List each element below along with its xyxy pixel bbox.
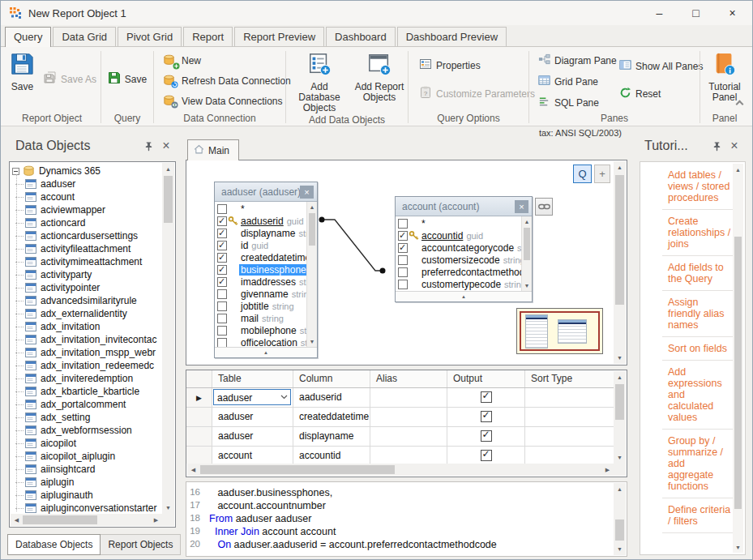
close-icon[interactable]: × <box>515 200 528 213</box>
close-button[interactable]: × <box>714 1 751 25</box>
reset-button[interactable]: Reset <box>616 85 706 103</box>
tab-report[interactable]: Report <box>183 27 233 46</box>
scroll-up-icon[interactable]: ▲ <box>522 216 532 227</box>
tree-item[interactable]: adx_inviteredemption <box>14 372 162 385</box>
tree-item[interactable]: aicopilot_aiplugin <box>14 450 162 463</box>
table-combobox[interactable]: aaduser <box>213 389 291 405</box>
tree-item[interactable]: adx_setting <box>14 411 162 424</box>
field-checkbox[interactable] <box>398 267 408 277</box>
card-scrollbar[interactable]: ▲▼ <box>306 202 317 347</box>
tab-report-preview[interactable]: Report Preview <box>234 27 324 46</box>
row-selector[interactable] <box>186 447 212 464</box>
field-label[interactable]: displaynamestring <box>239 228 306 239</box>
field-checkbox[interactable] <box>217 277 227 287</box>
field-row[interactable]: * <box>396 217 521 229</box>
grid-row[interactable]: aadusercreateddatetime <box>186 408 614 427</box>
save-query-button[interactable]: Save <box>105 70 150 88</box>
field-checkbox[interactable] <box>398 243 408 253</box>
tree-item[interactable]: adx_invitation_invitecontac <box>14 333 162 346</box>
scroll-down-icon[interactable]: ▼ <box>614 451 626 464</box>
close-panel-icon[interactable]: × <box>158 138 174 154</box>
scroll-up-icon[interactable]: ▲ <box>614 161 626 173</box>
new-connection-button[interactable]: New <box>160 53 294 69</box>
view-data-connections-button[interactable]: View Data Connections <box>160 93 294 109</box>
field-label[interactable]: accountcategorycodestring <box>420 242 521 254</box>
field-label[interactable]: customertypecodestring <box>420 279 521 290</box>
chevron-down-icon[interactable] <box>278 390 290 404</box>
scroll-up-icon[interactable]: ▲ <box>733 164 743 175</box>
field-checkbox[interactable] <box>398 280 408 289</box>
field-label[interactable]: * <box>420 218 521 229</box>
show-all-panes-button[interactable]: Show All Panes <box>616 58 706 75</box>
scroll-down-icon[interactable]: ▼ <box>614 543 626 555</box>
sql-editor-pane[interactable]: 16 aaduser.businessphones,17 account.acc… <box>186 481 627 557</box>
tree-item[interactable]: activitypointer <box>14 281 162 294</box>
tree-item[interactable]: adx_portalcomment <box>14 398 162 411</box>
field-row[interactable]: jobtitlestring <box>215 300 306 312</box>
output-checkbox[interactable] <box>481 450 492 461</box>
scroll-down-icon[interactable]: ▼ <box>614 352 626 364</box>
tree-item[interactable]: adx_invitation_mspp_webr <box>14 346 162 359</box>
maximize-button[interactable]: □ <box>678 1 714 25</box>
tree-item[interactable]: activityfileattachment <box>14 242 162 255</box>
field-row[interactable]: mailstring <box>215 312 306 324</box>
field-checkbox[interactable] <box>398 255 408 265</box>
scroll-down-icon[interactable]: ▼ <box>733 541 743 553</box>
scroll-right-icon[interactable]: ▶ <box>601 464 614 476</box>
tutorial-link[interactable]: Sort on fields <box>662 337 734 361</box>
tree-vertical-scrollbar[interactable]: ▲ ▼ <box>162 163 174 514</box>
field-row[interactable]: accountcategorycodestring <box>396 242 521 254</box>
diagram-vertical-scrollbar[interactable]: ▲ ▼ <box>614 161 626 364</box>
grid-row[interactable]: accountaccountid <box>186 447 614 464</box>
field-row[interactable]: aaduseridguid <box>215 215 306 227</box>
diagram-pane[interactable]: aaduser (aaduser)×*aaduseridguiddisplayn… <box>186 160 627 365</box>
pin-icon[interactable] <box>140 138 156 154</box>
save-report-object-button[interactable]: Save <box>4 49 41 92</box>
grid-row[interactable]: aaduserdisplayname <box>186 427 614 447</box>
field-label[interactable]: officelocationstring <box>239 337 306 348</box>
scrollbar-thumb[interactable] <box>200 465 395 474</box>
grid-row[interactable]: ▶aaduseraaduserid <box>186 388 614 408</box>
close-icon[interactable]: × <box>300 186 314 199</box>
field-label[interactable]: preferredcontactmethodcodestring <box>420 267 521 278</box>
output-checkbox[interactable] <box>481 430 492 442</box>
tree-item[interactable]: adx_kbarticle_kbarticle <box>14 385 162 398</box>
save-as-button[interactable]: Save As <box>41 70 100 88</box>
add-database-objects-button[interactable]: Add Database Objects <box>289 49 350 113</box>
card-collapse-strip[interactable]: ▲ <box>215 347 317 357</box>
tab-report-objects[interactable]: Report Objects <box>101 534 181 555</box>
tree-root[interactable]: Dynamics 365 <box>11 165 162 177</box>
tree-item[interactable]: actioncardusersettings <box>14 229 162 242</box>
tab-dashboard-preview[interactable]: Dashboard Preview <box>397 27 507 46</box>
tab-database-objects[interactable]: Database Objects <box>7 534 101 555</box>
scroll-up-icon[interactable]: ▲ <box>614 483 626 495</box>
tutorial-link[interactable]: Assign friendly alias names <box>662 291 734 337</box>
scroll-up-icon[interactable]: ▲ <box>307 202 317 212</box>
field-label[interactable]: businessphonesstring <box>239 264 306 276</box>
add-report-objects-button[interactable]: Add Report Objects <box>353 49 405 103</box>
tree-item[interactable]: aiinsightcard <box>14 463 162 476</box>
grid-column-header[interactable]: Alias <box>370 370 447 387</box>
scroll-left-icon[interactable]: ◀ <box>187 464 199 476</box>
field-row[interactable]: givennamestring <box>215 288 306 300</box>
grid-column-header[interactable]: Table <box>212 370 293 387</box>
field-row[interactable]: createddatetimedatetime <box>215 251 306 263</box>
field-row[interactable]: customertypecodestring <box>396 278 521 290</box>
grid-column-header[interactable]: Output <box>447 370 525 387</box>
tree-item[interactable]: actioncard <box>14 216 162 229</box>
scrollbar-thumb[interactable] <box>524 228 530 260</box>
tutorial-link[interactable]: Define criteria / filters <box>662 498 734 533</box>
grid-vertical-scrollbar[interactable]: ▲ ▼ <box>614 371 626 464</box>
field-checkbox[interactable] <box>217 338 227 348</box>
grid-column-header[interactable]: Sort Type <box>525 370 614 387</box>
field-row[interactable]: displaynamestring <box>215 227 306 239</box>
sql-pane-button[interactable]: SQL Pane <box>535 94 614 111</box>
tutorial-link[interactable]: Add fields to the Query <box>662 256 734 291</box>
tree-item[interactable]: aipluginconversationstarter <box>14 502 162 514</box>
field-label[interactable]: mobilephonestring <box>239 325 306 336</box>
diagram-pane-button[interactable]: Diagram Pane <box>535 52 614 69</box>
field-checkbox[interactable] <box>398 219 408 229</box>
scroll-down-icon[interactable]: ▼ <box>307 336 317 347</box>
scrollbar-thumb[interactable] <box>23 515 97 524</box>
field-label[interactable]: mailstring <box>239 313 306 324</box>
